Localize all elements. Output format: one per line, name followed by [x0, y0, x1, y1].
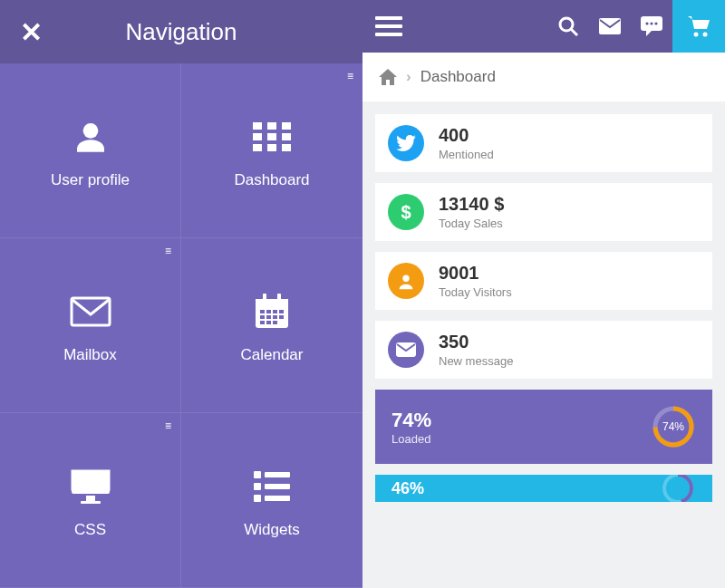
svg-rect-12 — [256, 299, 288, 306]
svg-rect-33 — [265, 484, 290, 489]
tile-label: Widgets — [244, 521, 299, 539]
close-icon[interactable]: ✕ — [14, 15, 47, 48]
tile-label: Calendar — [241, 346, 304, 364]
svg-rect-2 — [267, 122, 276, 130]
tile-user-profile[interactable]: User profile — [0, 63, 181, 238]
tile-css[interactable]: ≡ CSS — [0, 413, 181, 588]
stat-label: Today Visitors — [439, 285, 512, 299]
monitor-icon — [70, 461, 111, 512]
navigation-grid: User profile ≡ Dashboard ≡ Mailbox — [0, 63, 362, 588]
svg-point-40 — [645, 22, 648, 24]
stat-value: 9001 — [439, 263, 512, 284]
svg-rect-6 — [282, 133, 291, 140]
svg-rect-5 — [267, 133, 276, 140]
tile-label: Mailbox — [63, 346, 117, 364]
navigation-title: Navigation — [47, 18, 348, 46]
donut-chart-icon — [660, 475, 696, 502]
svg-rect-32 — [254, 483, 261, 490]
progress-card-loaded[interactable]: 74% Loaded 74% — [375, 390, 712, 464]
tile-label: Dashboard — [234, 171, 309, 189]
svg-rect-18 — [279, 310, 284, 313]
svg-rect-9 — [282, 144, 291, 151]
stat-label: Mentioned — [439, 148, 494, 161]
stat-card-messages[interactable]: 350 New message — [375, 321, 712, 379]
svg-rect-25 — [273, 321, 277, 324]
svg-rect-24 — [266, 321, 271, 324]
svg-rect-21 — [273, 315, 277, 319]
tile-label: CSS — [74, 521, 106, 539]
svg-rect-29 — [81, 501, 101, 504]
tile-calendar[interactable]: Calendar — [181, 238, 362, 413]
breadcrumb: › Dashboard — [362, 53, 725, 101]
svg-point-0 — [82, 123, 98, 139]
top-bar — [362, 0, 725, 53]
svg-rect-14 — [277, 294, 281, 303]
tile-more-icon[interactable]: ≡ — [347, 71, 353, 82]
list-icon — [254, 461, 290, 512]
svg-rect-1 — [253, 122, 262, 130]
svg-rect-13 — [263, 294, 266, 303]
svg-point-44 — [703, 33, 708, 37]
svg-rect-3 — [282, 122, 291, 130]
svg-rect-19 — [260, 315, 265, 319]
svg-rect-7 — [253, 144, 262, 151]
search-icon[interactable] — [547, 0, 589, 53]
svg-rect-31 — [265, 472, 290, 477]
navigation-panel: ✕ Navigation User profile ≡ Dashboard ≡ — [0, 0, 362, 588]
svg-rect-16 — [266, 310, 271, 313]
tile-dashboard[interactable]: ≡ Dashboard — [181, 63, 362, 238]
main-panel: › Dashboard 400 Mentioned $ 13140 $ Toda… — [362, 0, 725, 588]
svg-point-42 — [654, 22, 657, 24]
user-icon — [72, 111, 109, 162]
svg-point-47 — [402, 275, 409, 282]
svg-rect-20 — [266, 315, 271, 319]
donut-percent: 74% — [651, 404, 696, 449]
cards-area: 400 Mentioned $ 13140 $ Today Sales 9001… — [362, 101, 725, 588]
progress-value: 74% — [392, 409, 431, 432]
svg-line-37 — [571, 29, 577, 35]
home-icon[interactable] — [379, 69, 397, 85]
dollar-icon: $ — [388, 194, 424, 230]
svg-rect-30 — [254, 471, 261, 478]
stat-label: Today Sales — [439, 217, 504, 230]
stat-card-sales[interactable]: $ 13140 $ Today Sales — [375, 183, 712, 241]
mail-icon[interactable] — [589, 0, 631, 53]
twitter-icon — [388, 125, 424, 161]
tile-more-icon[interactable]: ≡ — [165, 246, 171, 256]
stat-value: 350 — [439, 332, 513, 352]
svg-rect-22 — [279, 315, 284, 319]
svg-text:$: $ — [401, 202, 411, 222]
tile-more-icon[interactable]: ≡ — [165, 420, 171, 431]
stat-value: 400 — [439, 125, 494, 146]
cart-icon[interactable] — [672, 0, 725, 53]
stat-card-mentioned[interactable]: 400 Mentioned — [375, 114, 712, 172]
svg-rect-28 — [86, 496, 95, 501]
svg-rect-8 — [267, 144, 276, 151]
svg-rect-15 — [260, 310, 265, 313]
person-icon — [388, 263, 424, 299]
donut-chart-icon: 74% — [651, 404, 696, 449]
envelope-icon — [388, 332, 424, 368]
svg-rect-35 — [265, 496, 290, 501]
chat-icon[interactable] — [631, 0, 672, 53]
svg-rect-34 — [254, 495, 261, 502]
tile-widgets[interactable]: Widgets — [181, 413, 362, 588]
breadcrumb-current: Dashboard — [420, 68, 496, 86]
menu-icon[interactable] — [375, 13, 402, 40]
calendar-icon — [254, 286, 290, 337]
progress-card-secondary[interactable]: 46% — [375, 475, 712, 502]
stat-value: 13140 $ — [439, 194, 504, 215]
mail-icon — [70, 286, 111, 337]
navigation-header: ✕ Navigation — [0, 0, 362, 63]
svg-point-43 — [694, 33, 699, 37]
progress-label: Loaded — [392, 432, 431, 446]
tile-mailbox[interactable]: ≡ Mailbox — [0, 238, 181, 413]
stat-card-visitors[interactable]: 9001 Today Visitors — [375, 252, 712, 310]
svg-rect-23 — [260, 321, 265, 324]
progress-value: 46% — [392, 479, 424, 498]
grid-icon — [253, 111, 291, 162]
svg-rect-17 — [273, 310, 277, 313]
stat-label: New message — [439, 354, 513, 368]
svg-point-36 — [560, 18, 573, 31]
svg-rect-27 — [72, 470, 110, 490]
